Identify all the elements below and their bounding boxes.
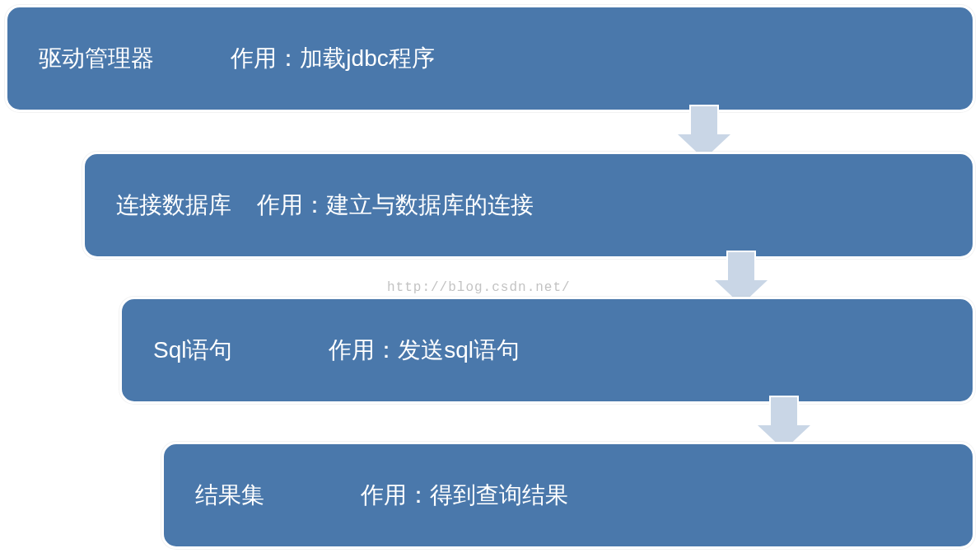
- spacer: [232, 337, 329, 363]
- step-result-set: 结果集 作用：得到查询结果: [161, 442, 975, 549]
- step-role-label: 作用：: [231, 45, 300, 71]
- step-title: 结果集: [195, 482, 264, 508]
- step-title: 驱动管理器: [39, 45, 154, 71]
- step-role-label: 作用：: [361, 482, 430, 508]
- step-role: 建立与数据库的连接: [326, 192, 534, 218]
- step-text: 连接数据库 作用：建立与数据库的连接: [116, 190, 534, 221]
- step-role-label: 作用：: [329, 337, 398, 363]
- step-role-label: 作用：: [257, 192, 326, 218]
- step-title: 连接数据库: [116, 192, 231, 218]
- watermark-text: http://blog.csdn.net/: [387, 280, 571, 295]
- spacer: [231, 192, 257, 218]
- spacer: [264, 482, 361, 508]
- spacer: [154, 45, 231, 72]
- step-sql-statement: Sql语句 作用：发送sql语句: [119, 297, 975, 404]
- step-role: 加载jdbc程序: [300, 45, 434, 71]
- step-driver-manager: 驱动管理器 作用：加载jdbc程序: [5, 5, 975, 112]
- step-text: 结果集 作用：得到查询结果: [195, 480, 568, 511]
- step-text: Sql语句 作用：发送sql语句: [153, 335, 520, 366]
- step-connect-db: 连接数据库 作用：建立与数据库的连接: [82, 152, 975, 259]
- step-title: Sql语句: [153, 337, 232, 363]
- step-role: 发送sql语句: [398, 337, 520, 363]
- step-role: 得到查询结果: [430, 482, 568, 508]
- diagram-canvas: 驱动管理器 作用：加载jdbc程序 连接数据库 作用：建立与数据库的连接 htt…: [0, 0, 980, 553]
- step-text: 驱动管理器 作用：加载jdbc程序: [39, 43, 435, 74]
